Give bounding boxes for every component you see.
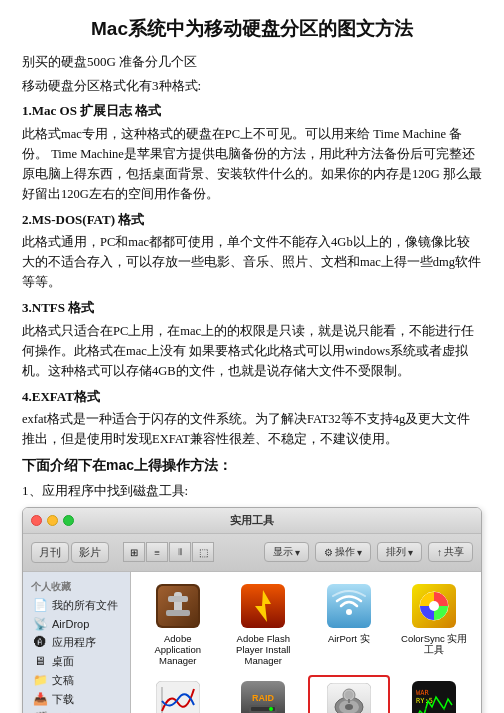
sidebar-item-documents[interactable]: 📁 文稿 — [23, 671, 130, 690]
svg-point-19 — [269, 707, 273, 711]
svg-rect-4 — [166, 610, 190, 616]
sidebar-item-label: 应用程序 — [52, 635, 96, 650]
airport-label: AirPort 实 — [328, 633, 370, 644]
app-activity-monitor[interactable]: WAR RY:5 活动监视器 — [394, 675, 476, 713]
view-list-button[interactable]: ≡ — [146, 542, 168, 562]
finder-window: 实用工具 月刊 影片 ⊞ ≡ ⫴ ⬚ 显示 ▾ ⚙ 操作 ▾ — [22, 507, 482, 714]
section-2-heading: 2.MS-DOS(FAT) 格式 — [22, 210, 482, 230]
svg-point-8 — [346, 609, 352, 615]
svg-text:RAID: RAID — [252, 693, 274, 703]
traffic-lights — [31, 515, 74, 526]
svg-rect-3 — [168, 596, 188, 602]
actions-label: 操作 — [335, 545, 355, 559]
app-grapher[interactable]: Grapher — [137, 675, 219, 713]
view-column-button[interactable]: ⫴ — [169, 542, 191, 562]
section-2: 2.MS-DOS(FAT) 格式 此格式通用，PC和mac都都可使用，单个文件不… — [22, 210, 482, 293]
adobe-app-manager-svg — [156, 584, 200, 628]
app-disk-utility[interactable]: 磁盘工具 — [308, 675, 390, 713]
adobe-flash-svg — [241, 584, 285, 628]
disk-utility-icon-box — [325, 681, 373, 713]
section-3-heading: 3.NTFS 格式 — [22, 298, 482, 318]
sidebar-item-label: 文稿 — [52, 673, 74, 688]
section-1-heading: 1.Mac OS 扩展日志 格式 — [22, 101, 482, 121]
toolbar-view-buttons: ⊞ ≡ ⫴ ⬚ — [123, 542, 214, 562]
display-chevron-icon: ▾ — [295, 547, 300, 558]
adobe-app-manager-icon-box — [154, 582, 202, 630]
sidebar-item-label: AirDrop — [52, 618, 89, 630]
finder-main-content: Adobe Application Manager — [131, 572, 481, 714]
finder-window-title: 实用工具 — [230, 513, 274, 528]
svg-point-11 — [429, 601, 439, 611]
grapher-svg — [156, 681, 200, 713]
airdrop-icon: 📡 — [33, 617, 47, 631]
sidebar-item-applications[interactable]: 🅐 应用程序 — [23, 633, 130, 652]
share-icon: ↑ — [437, 547, 442, 558]
view-cover-button[interactable]: ⬚ — [192, 542, 214, 562]
intro-line: 别买的硬盘500G 准备分几个区 — [22, 52, 482, 72]
sidebar-item-label: 下载 — [52, 692, 74, 707]
finder-toolbar: 月刊 影片 ⊞ ≡ ⫴ ⬚ 显示 ▾ ⚙ 操作 ▾ 排列 ▾ — [23, 534, 481, 572]
minimize-button[interactable] — [47, 515, 58, 526]
page-container: Mac系统中为移动硬盘分区的图文方法 别买的硬盘500G 准备分几个区 移动硬盘… — [0, 0, 504, 713]
toolbar-nav: 月刊 影片 — [31, 542, 109, 563]
section-3-body: 此格式只适合在PC上用，在mac上的的权限是只读，就是说只能看，不能进行任何操作… — [22, 321, 482, 381]
section-2-body: 此格式通用，PC和mac都都可使用，单个文件不能存入4Gb以上的，像镜像比较大的… — [22, 232, 482, 292]
personal-section-label: 个人收藏 — [23, 576, 130, 596]
activity-monitor-svg: WAR RY:5 — [412, 681, 456, 713]
svg-text:WAR: WAR — [416, 689, 429, 697]
sidebar-item-all-files[interactable]: 📄 我的所有文件 — [23, 596, 130, 615]
downloads-icon: 📥 — [33, 692, 47, 706]
share-label: 共享 — [444, 545, 464, 559]
app-colorsync[interactable]: ColorSync 实用工具 — [394, 578, 476, 671]
sidebar-item-movies[interactable]: 🎬 影片 — [23, 709, 130, 714]
section-1-body: 此格式mac专用，这种格式的硬盘在PC上不可见。可以用来给 Time Machi… — [22, 124, 482, 204]
svg-point-25 — [345, 691, 353, 699]
app-adobe-app-manager[interactable]: Adobe Application Manager — [137, 578, 219, 671]
activity-monitor-icon-box: WAR RY:5 — [410, 679, 458, 713]
airport-svg — [327, 584, 371, 628]
step1-label: 1、应用程序中找到磁盘工具: — [22, 481, 482, 501]
applications-icon: 🅐 — [33, 635, 47, 649]
close-button[interactable] — [31, 515, 42, 526]
section-4-body: exfat格式是一种适合于闪存的文件系统。为了解决FAT32等不支持4g及更大文… — [22, 409, 482, 449]
nav-forward-button[interactable]: 影片 — [71, 542, 109, 563]
sidebar-item-label: 我的所有文件 — [52, 598, 118, 613]
display-label: 显示 — [273, 545, 293, 559]
svg-point-23 — [345, 704, 353, 710]
sidebar-item-airdrop[interactable]: 📡 AirDrop — [23, 615, 130, 633]
sidebar-item-label: 桌面 — [52, 654, 74, 669]
sort-button[interactable]: 排列 ▾ — [377, 542, 422, 562]
maximize-button[interactable] — [63, 515, 74, 526]
adobe-app-manager-label: Adobe Application Manager — [142, 633, 214, 667]
section-1: 1.Mac OS 扩展日志 格式 此格式mac专用，这种格式的硬盘在PC上不可见… — [22, 101, 482, 204]
sidebar-item-desktop[interactable]: 🖥 桌面 — [23, 652, 130, 671]
finder-titlebar: 实用工具 — [23, 508, 481, 534]
adobe-flash-manager-label: Adobe Flash Player Install Manager — [227, 633, 299, 667]
disk-utility-svg — [327, 683, 371, 713]
app-raid[interactable]: RAID RAID 实用 — [223, 675, 305, 713]
grapher-icon-box — [154, 679, 202, 713]
view-icon-button[interactable]: ⊞ — [123, 542, 145, 562]
section-4: 4.EXFAT格式 exfat格式是一种适合于闪存的文件系统。为了解决FAT32… — [22, 387, 482, 450]
sidebar-item-downloads[interactable]: 📥 下载 — [23, 690, 130, 709]
nav-back-button[interactable]: 月刊 — [31, 542, 69, 563]
raid-svg: RAID — [241, 681, 285, 713]
page-title: Mac系统中为移动硬盘分区的图文方法 — [22, 16, 482, 42]
sort-chevron-icon: ▾ — [408, 547, 413, 558]
adobe-flash-manager-icon-box — [239, 582, 287, 630]
raid-icon-box: RAID — [239, 679, 287, 713]
sort-label: 排列 — [386, 545, 406, 559]
all-files-icon: 📄 — [33, 598, 47, 612]
actions-chevron-icon: ▾ — [357, 547, 362, 558]
how-to-heading: 下面介绍下在mac上得操作方法： — [22, 457, 482, 475]
display-button[interactable]: 显示 ▾ — [264, 542, 309, 562]
share-button[interactable]: ↑ 共享 — [428, 542, 473, 562]
actions-button[interactable]: ⚙ 操作 ▾ — [315, 542, 371, 562]
app-adobe-flash-manager[interactable]: Adobe Flash Player Install Manager — [223, 578, 305, 671]
airport-icon-box — [325, 582, 373, 630]
section-4-heading: 4.EXFAT格式 — [22, 387, 482, 407]
app-airport[interactable]: AirPort 实 — [308, 578, 390, 671]
section-3: 3.NTFS 格式 此格式只适合在PC上用，在mac上的的权限是只读，就是说只能… — [22, 298, 482, 381]
colorsync-label: ColorSync 实用工具 — [398, 633, 470, 656]
documents-icon: 📁 — [33, 673, 47, 687]
